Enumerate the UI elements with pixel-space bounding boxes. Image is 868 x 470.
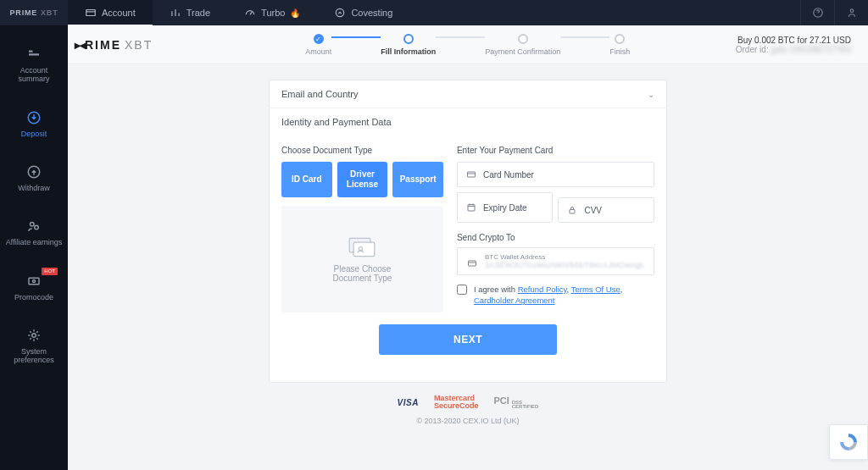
step-amount-label: Amount	[305, 47, 331, 56]
section-identity-header: Identity and Payment Data	[270, 108, 666, 135]
svg-rect-14	[354, 242, 376, 256]
affiliate-icon	[25, 218, 42, 235]
nav-turbo-label: Turbo	[261, 8, 285, 18]
svg-rect-5	[29, 53, 39, 55]
order-buy-line: Buy 0.002 BTC for 27.21 USD	[736, 36, 851, 45]
card-number-placeholder: Card Number	[483, 170, 534, 180]
withdraw-icon	[25, 163, 42, 180]
step-line	[436, 36, 485, 38]
send-crypto-heading: Send Crypto To	[457, 233, 654, 242]
order-info: Buy 0.002 BTC for 27.21 USD Order id: ga…	[736, 36, 851, 54]
doctype-driver-button[interactable]: Driver License	[337, 162, 388, 197]
mastercard-logo: Mastercard SecureCode	[434, 395, 479, 410]
nav-trade[interactable]: Trade	[153, 0, 227, 25]
section-email-country-label: Email and Country	[281, 89, 359, 99]
sidebar-item-deposit[interactable]: Deposit	[0, 102, 68, 145]
nav-account[interactable]: Account	[68, 0, 153, 25]
card-heading: Enter Your Payment Card	[457, 146, 654, 155]
svg-rect-17	[468, 205, 475, 212]
svg-rect-0	[86, 9, 96, 15]
order-id-label: Order id:	[736, 45, 769, 54]
lock-icon	[567, 205, 577, 215]
consent-row: I agree with Refund Policy, Terms Of Use…	[457, 284, 654, 307]
nav-trade-label: Trade	[186, 8, 210, 18]
nav-account-label: Account	[102, 8, 136, 18]
order-id-value: gate 1591880727350	[771, 45, 851, 54]
step-line	[560, 36, 609, 38]
document-placeholder-icon	[345, 235, 379, 259]
step-dot-icon	[314, 34, 324, 44]
svg-rect-18	[570, 210, 575, 214]
topbar-right	[800, 0, 868, 25]
doc-heading: Choose Document Type	[281, 146, 443, 155]
cardholder-link[interactable]: Cardholder Agreement	[474, 296, 555, 305]
col-payment: Enter Your Payment Card Card Number Ex	[457, 146, 654, 312]
sidebar-promo-label: Promocode	[14, 293, 53, 301]
fire-icon: 🔥	[290, 8, 300, 18]
brand-prime-small: PRIME	[10, 8, 38, 17]
nav-covesting-label: Covesting	[351, 8, 392, 18]
copyright: © 2013-2020 CEX.IO Ltd (UK)	[68, 417, 868, 425]
svg-point-12	[32, 334, 36, 338]
doctype-passport-button[interactable]: Passport	[392, 162, 443, 197]
step-finish-label: Finish	[609, 47, 630, 56]
pci-text: PCI	[493, 395, 509, 406]
consent-checkbox[interactable]	[457, 285, 467, 295]
svg-point-9	[35, 226, 39, 230]
cvv-input[interactable]: CVV	[558, 197, 654, 223]
sidebar-withdraw-label: Withdraw	[18, 184, 50, 192]
step-fill: Fill Information	[381, 34, 436, 56]
wallet-icon	[466, 257, 478, 267]
main: ▸◂RIME XBT Amount Fill Information Payme…	[68, 25, 868, 425]
covesting-icon	[334, 7, 346, 19]
promocode-icon	[25, 273, 42, 290]
refund-policy-link[interactable]: Refund Policy	[518, 285, 567, 294]
brand-xbt-small: XBT	[41, 8, 58, 17]
sidebar-affiliate-label: Affiliate earnings	[6, 238, 62, 246]
profile-button[interactable]	[834, 0, 868, 25]
col-document: Choose Document Type ID Card Driver Lice…	[281, 146, 443, 312]
expiry-input[interactable]: Expiry Date	[457, 192, 554, 223]
deposit-icon	[25, 109, 42, 126]
order-id-line: Order id: gate 1591880727350	[736, 45, 851, 54]
consent-text: I agree with Refund Policy, Terms Of Use…	[474, 284, 654, 307]
step-payment: Payment Confirmation	[485, 34, 560, 56]
doctype-idcard-button[interactable]: ID Card	[281, 162, 332, 197]
nav-turbo[interactable]: Turbo 🔥	[227, 0, 317, 25]
section-email-country[interactable]: Email and Country ⌄	[270, 80, 666, 108]
svg-rect-4	[29, 51, 33, 53]
step-fill-label: Fill Information	[381, 47, 436, 56]
card-number-input[interactable]: Card Number	[457, 162, 654, 187]
upload-zone[interactable]: Please Choose Document Type	[281, 206, 443, 312]
form-card: Email and Country ⌄ Identity and Payment…	[269, 80, 667, 383]
sidebar-item-affiliate[interactable]: Affiliate earnings	[0, 211, 68, 253]
brand-logo: ▸◂RIME XBT	[75, 38, 153, 52]
sidebar-item-system[interactable]: System preferences	[0, 320, 68, 372]
terms-link[interactable]: Terms Of Use	[571, 285, 620, 294]
sidebar-deposit-label: Deposit	[21, 130, 47, 138]
sidebar-summary-label: Account summary	[18, 66, 49, 84]
consent-prefix: I agree with	[474, 285, 518, 294]
svg-point-3	[850, 9, 854, 12]
sidebar-item-withdraw[interactable]: Withdraw	[0, 157, 68, 199]
next-button[interactable]: NEXT	[379, 324, 557, 355]
sidebar-item-summary[interactable]: Account summary	[0, 39, 68, 91]
recaptcha-badge	[829, 424, 868, 460]
step-dot-icon	[615, 34, 625, 44]
expiry-placeholder: Expiry Date	[483, 203, 527, 213]
credit-card-icon	[466, 169, 476, 180]
topbar: PRIME XBT Account Trade Turbo 🔥 Covestin…	[0, 0, 868, 25]
help-button[interactable]	[800, 0, 834, 25]
sidebar-item-promocode[interactable]: Promocode	[0, 266, 68, 308]
nav-covesting[interactable]: Covesting	[317, 0, 409, 25]
svg-rect-16	[467, 172, 475, 177]
gauge-icon	[244, 7, 256, 19]
svg-rect-19	[468, 261, 476, 266]
bars-icon	[170, 7, 181, 19]
brand-prime: ▸◂RIME	[75, 38, 121, 52]
upload-placeholder-text: Please Choose Document Type	[333, 264, 392, 283]
wallet-label: BTC Wallet Address	[485, 253, 645, 261]
header-strip: ▸◂RIME XBT Amount Fill Information Payme…	[68, 25, 868, 64]
wallet-address-field: BTC Wallet Address 3A3EW3U7cuWuAWtVb5bT8…	[457, 247, 654, 275]
cvv-placeholder: CVV	[584, 206, 602, 215]
